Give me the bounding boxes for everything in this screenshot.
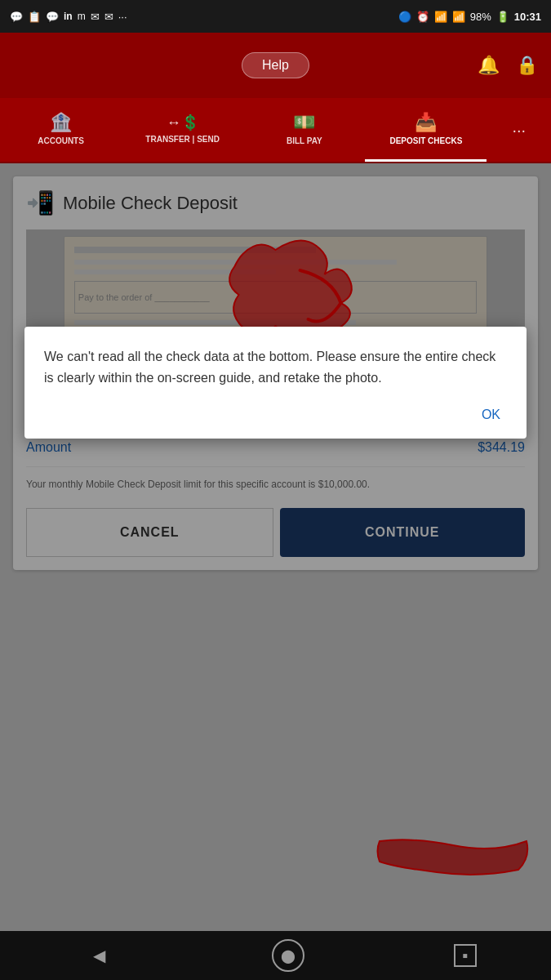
deposit-label: DEPOSIT CHECKS: [389, 136, 462, 146]
page-wrapper: 💬 📋 💬 in m ✉ ✉ ··· 🔵 ⏰ 📶 📶 98% 🔋 10:31 H…: [0, 0, 551, 980]
app-header: Help 🔔 🔒: [0, 33, 551, 98]
nav-more[interactable]: ···: [487, 98, 551, 162]
notification-icon: 💬: [10, 11, 23, 23]
nav-deposit[interactable]: 📥 DEPOSIT CHECKS: [365, 98, 487, 162]
help-button[interactable]: Help: [242, 52, 309, 78]
main-content: 📲 Mobile Check Deposit Pay to the order …: [0, 163, 551, 980]
billpay-label: BILL PAY: [287, 136, 322, 146]
dialog-overlay: [0, 163, 551, 980]
battery-label: 98%: [470, 11, 491, 23]
accounts-label: ACCOUNTS: [38, 136, 84, 146]
dialog-message: We can't read all the check data at the …: [44, 346, 507, 388]
battery-icon: 🔋: [496, 11, 509, 23]
messenger-icon: 💬: [46, 11, 59, 23]
error-dialog: We can't read all the check data at the …: [24, 327, 527, 439]
m-icon: m: [78, 11, 86, 22]
status-bar: 💬 📋 💬 in m ✉ ✉ ··· 🔵 ⏰ 📶 📶 98% 🔋 10:31: [0, 0, 551, 33]
nav-transfer[interactable]: ↔💲 TRANSFER | SEND: [122, 98, 243, 162]
bluetooth-icon: 🔵: [398, 11, 411, 23]
status-bar-right: 🔵 ⏰ 📶 📶 98% 🔋 10:31: [398, 11, 541, 23]
linkedin-icon: in: [64, 11, 73, 22]
nav-accounts[interactable]: 🏦 ACCOUNTS: [0, 98, 122, 162]
deposit-icon: 📥: [415, 112, 437, 133]
lock-icon[interactable]: 🔒: [516, 55, 538, 76]
dialog-actions: OK: [44, 404, 507, 425]
status-bar-left: 💬 📋 💬 in m ✉ ✉ ···: [10, 11, 127, 23]
transfer-label: TRANSFER | SEND: [145, 135, 220, 145]
more-dots-icon: ···: [118, 11, 127, 23]
mail-icon-2: ✉: [104, 11, 113, 23]
transfer-icon: ↔💲: [167, 114, 199, 131]
time-label: 10:31: [514, 11, 541, 23]
signal-icon: 📶: [452, 11, 465, 23]
billpay-icon: 💵: [293, 112, 315, 133]
clipboard-icon: 📋: [28, 11, 41, 23]
mail-icon-1: ✉: [91, 11, 100, 23]
dialog-ok-button[interactable]: OK: [475, 404, 507, 425]
more-icon: ···: [512, 121, 526, 140]
wifi-icon: 📶: [434, 11, 447, 23]
accounts-icon: 🏦: [50, 112, 72, 133]
header-icons: 🔔 🔒: [478, 55, 538, 76]
alarm-icon: ⏰: [416, 11, 429, 23]
nav-billpay[interactable]: 💵 BILL PAY: [243, 98, 365, 162]
notification-bell-icon[interactable]: 🔔: [478, 55, 500, 76]
nav-bar: 🏦 ACCOUNTS ↔💲 TRANSFER | SEND 💵 BILL PAY…: [0, 98, 551, 163]
